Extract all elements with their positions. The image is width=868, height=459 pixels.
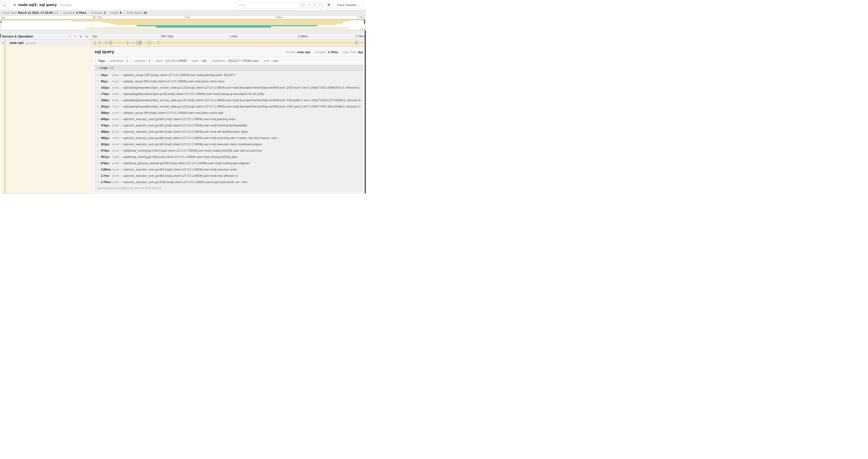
tags-row[interactable]: Tags: _unfinished=1_verbose=1client=127.…	[94, 58, 363, 63]
timeline-minimap: 0μs697.75μs1.4ms2.09ms2.79ms	[0, 16, 366, 31]
log-marker	[150, 41, 151, 45]
summary-label: Duration	[63, 11, 75, 14]
log-row[interactable]: 189μs:event=‹sql/catalog/lease/descripto…	[95, 97, 363, 103]
span-row[interactable]: node sql1 sql query	[0, 40, 366, 46]
chevron-right-icon[interactable]	[97, 156, 99, 158]
divider	[209, 59, 210, 63]
collapse-all-chevron-icon[interactable]	[13, 3, 16, 6]
log-equals: =	[120, 73, 122, 77]
log-row[interactable]: 476μs:event=‹sql/conn_executor_exec.go:6…	[95, 122, 363, 129]
log-row[interactable]: 366μs:event=‹sql/plan_opt.go:358 [nsql1,…	[95, 110, 363, 116]
log-row[interactable]: 597μs:event=‹sql/distsql_running.go:498 …	[95, 154, 363, 160]
span-row-timeline[interactable]	[92, 40, 366, 46]
summary-value: 2	[104, 11, 106, 14]
logs-header[interactable]: Logs (18)	[95, 65, 363, 71]
chevron-right-icon[interactable]	[97, 175, 99, 177]
find-clear-icon[interactable]	[318, 4, 320, 6]
locate-icon[interactable]	[302, 3, 305, 6]
log-marker	[158, 41, 158, 45]
log-field-value: ‹sql/distsql_running.go:498 [nsql1,clien…	[123, 155, 238, 159]
timeline-grid-line	[160, 46, 161, 47]
minimap-span-bar	[360, 29, 365, 30]
service-value: node sql1	[297, 51, 311, 54]
trace-timeline-page: ← node sql1: sql query 7418682	[0, 0, 366, 194]
chevron-right-icon[interactable]	[97, 74, 99, 76]
log-row[interactable]: 142μs:event=‹sql/catalog/lease/descripto…	[95, 85, 363, 91]
chevron-right-icon[interactable]	[97, 150, 99, 152]
log-equals: =	[120, 80, 122, 83]
log-marker	[95, 41, 95, 45]
logs-count: (18)	[109, 66, 114, 69]
log-row[interactable]: 2.7ms:event=‹sql/conn_executor_exec.go:6…	[95, 173, 363, 179]
expand-all-icon[interactable]	[85, 35, 88, 38]
log-field-key: event	[112, 162, 119, 165]
vertical-scrollbar[interactable]	[365, 31, 366, 193]
chevron-right-icon[interactable]	[97, 87, 99, 89]
minimap-left-drag-handle[interactable]	[1, 21, 2, 23]
chevron-right-icon[interactable]	[97, 80, 99, 83]
tag-value: 127.0.0.1:59936	[166, 59, 187, 63]
log-timestamp: 678μs:	[101, 162, 112, 165]
duration-value: 2.79ms	[328, 51, 338, 54]
log-equals: =	[120, 181, 122, 184]
chevron-right-icon[interactable]	[97, 137, 99, 139]
collapse-all-icon[interactable]	[79, 35, 82, 38]
divider: |	[60, 11, 61, 14]
chevron-right-icon[interactable]	[97, 112, 99, 114]
timeline-grid-line	[160, 33, 161, 39]
logs-label: Logs	[100, 66, 107, 69]
chevron-right-icon[interactable]	[97, 162, 99, 164]
tag-value: root	[273, 59, 278, 63]
keyboard-shortcuts-button[interactable]	[325, 2, 332, 8]
chevron-right-icon[interactable]	[97, 143, 99, 145]
chevron-right-icon[interactable]	[97, 99, 99, 101]
log-row[interactable]: 2.79ms:event=‹sql/conn_executor_exec.go:…	[95, 179, 363, 185]
chevron-right-icon[interactable]	[94, 60, 97, 62]
log-equals: =	[120, 99, 122, 102]
log-row[interactable]: 486μs:event=‹sql/conn_executor_exec.go:6…	[95, 129, 363, 135]
log-row[interactable]: 459μs:event=‹sql/conn_executor_exec.go:6…	[95, 116, 363, 122]
log-row[interactable]: 678μs:event=‹sql/distsql_physical_planne…	[95, 160, 363, 166]
log-row[interactable]: 201μs:event=‹sql/catalog/lease/descripto…	[95, 103, 363, 110]
chevron-right-icon[interactable]	[97, 124, 99, 127]
chevron-right-icon[interactable]	[97, 93, 99, 95]
log-row[interactable]: 574μs:event=‹sql/distsql_running.go:1420…	[95, 147, 363, 154]
log-row[interactable]: 502μs:event=‹sql/conn_executor_exec.go:6…	[95, 141, 363, 147]
log-field-value: ‹sql/distsql_running.go:1420 [nsql1,clie…	[123, 149, 262, 152]
chevron-right-icon[interactable]	[97, 131, 99, 133]
minimap-canvas[interactable]	[1, 19, 365, 30]
log-timestamp: 486μs:	[101, 130, 112, 133]
expand-one-icon[interactable]	[74, 35, 76, 38]
chevron-right-icon[interactable]	[97, 118, 99, 120]
log-equals: =	[120, 111, 122, 114]
find-group	[236, 2, 323, 8]
log-row[interactable]: 495μs:event=‹sql/conn_executor_exec.go:6…	[95, 135, 363, 141]
find-prev-icon[interactable]	[308, 4, 310, 6]
summary-label: Trace Start	[2, 11, 17, 14]
minimap-right-drag-handle[interactable]	[364, 19, 365, 24]
chevron-down-icon[interactable]	[2, 41, 4, 44]
log-marker	[140, 41, 141, 45]
log-row[interactable]: 176μs:event=‹sql/catalog/descs/descripto…	[95, 91, 363, 97]
find-input[interactable]	[237, 2, 299, 8]
log-equals: =	[120, 168, 122, 171]
chevron-right-icon[interactable]	[97, 105, 99, 108]
log-field-key: event	[112, 92, 119, 96]
row-gutter	[0, 46, 2, 193]
back-button[interactable]: ←	[0, 0, 10, 10]
log-row[interactable]: 80μs:event=‹sql/plan_opt.go:358 [nsql1,c…	[95, 78, 363, 85]
log-row[interactable]: 34μs:event=‹sql/exec_util.go:2297 [nsql1…	[95, 72, 363, 78]
find-next-icon[interactable]	[313, 4, 316, 6]
summary-value-suffix: .326	[53, 11, 58, 14]
log-equals: =	[120, 136, 122, 140]
tag-key: client	[155, 59, 162, 63]
chevron-right-icon[interactable]	[97, 181, 99, 183]
chevron-right-icon[interactable]	[97, 168, 99, 171]
log-field-key: event	[112, 80, 119, 83]
span-row-name-column[interactable]: node sql1 sql query	[0, 40, 92, 46]
log-timestamp: 201μs:	[101, 105, 112, 108]
view-selector-button[interactable]: Trace Timeline	[334, 2, 363, 8]
log-row[interactable]: 2.69ms:event=‹sql/conn_executor_exec.go:…	[95, 166, 363, 173]
collapse-one-icon[interactable]	[68, 35, 71, 38]
summary-label: Total Spans	[126, 11, 142, 14]
